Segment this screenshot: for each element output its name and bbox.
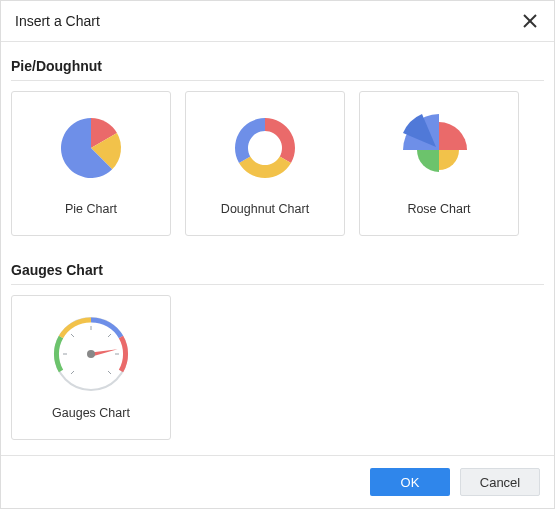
chart-option-gauge[interactable]: Gauges Chart: [11, 295, 171, 440]
ok-button[interactable]: OK: [370, 468, 450, 496]
dialog-title: Insert a Chart: [15, 13, 100, 29]
pie-chart-icon: [41, 102, 141, 194]
chart-option-label: Pie Chart: [65, 202, 117, 216]
section-grid: Pie Chart Doughnut Chart: [11, 91, 544, 236]
close-button[interactable]: [520, 11, 540, 31]
doughnut-chart-icon: [215, 102, 315, 194]
chart-option-pie[interactable]: Pie Chart: [11, 91, 171, 236]
chart-option-label: Rose Chart: [407, 202, 470, 216]
section-grid: Gauges Chart: [11, 295, 544, 440]
section-title-gauges: Gauges Chart: [11, 254, 544, 284]
insert-chart-dialog: Insert a Chart Pie/Doughnut: [0, 0, 555, 509]
chart-option-label: Gauges Chart: [52, 406, 130, 420]
section-rule: [11, 80, 544, 81]
section-rule: [11, 284, 544, 285]
section-gauges: Gauges Chart: [11, 254, 544, 440]
titlebar: Insert a Chart: [1, 1, 554, 41]
section-pie-doughnut: Pie/Doughnut Pie Chart: [11, 50, 544, 236]
cancel-button[interactable]: Cancel: [460, 468, 540, 496]
dialog-footer: OK Cancel: [1, 455, 554, 508]
gauge-chart-icon: [41, 306, 141, 398]
section-title-pie: Pie/Doughnut: [11, 50, 544, 80]
chart-option-label: Doughnut Chart: [221, 202, 309, 216]
chart-type-list[interactable]: Pie/Doughnut Pie Chart: [1, 42, 554, 455]
chart-option-doughnut[interactable]: Doughnut Chart: [185, 91, 345, 236]
chart-option-rose[interactable]: Rose Chart: [359, 91, 519, 236]
svg-point-11: [87, 350, 95, 358]
rose-chart-icon: [389, 102, 489, 194]
close-icon: [523, 14, 537, 28]
